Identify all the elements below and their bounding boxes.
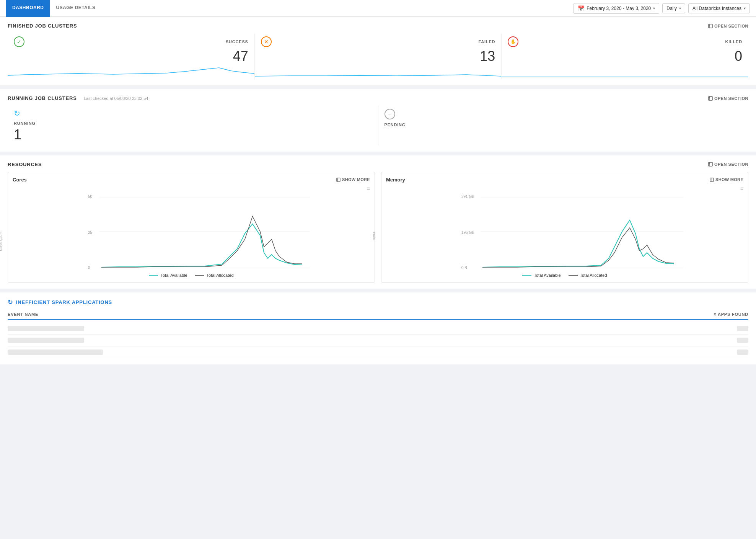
refresh-icon: ↻ xyxy=(14,109,20,118)
memory-legend-available: Total Available xyxy=(522,273,560,278)
cores-show-more[interactable]: SHOW MORE xyxy=(336,177,370,182)
date-dropdown-arrow: ▾ xyxy=(653,6,655,10)
memory-chart-legend: Total Available Total Allocated xyxy=(386,273,743,278)
open-section-icon xyxy=(708,24,713,28)
success-label: SUCCESS xyxy=(28,39,248,44)
svg-text:391 GB: 391 GB xyxy=(461,194,474,199)
running-clusters-header: RUNNING JOB CLUSTERS Last checked at 05/… xyxy=(8,95,748,101)
svg-rect-1 xyxy=(709,96,712,100)
tab-usage-details[interactable]: USAGE DETAILS xyxy=(50,0,102,17)
finished-clusters-header: FINISHED JOB CLUSTERS OPEN SECTION xyxy=(8,23,748,29)
cores-chart-wrapper: Cores Count 50 25 0 10. Feb xyxy=(13,193,370,270)
killed-stat: ✋ KILLED 0 xyxy=(502,33,748,79)
spark-title-label: INEFFICIENT SPARK APPLICATIONS xyxy=(16,299,112,305)
event-cell-2 xyxy=(8,338,84,343)
svg-text:195 GB: 195 GB xyxy=(461,230,474,235)
table-row xyxy=(8,346,748,358)
killed-header: ✋ KILLED xyxy=(508,36,742,47)
cores-menu-icon[interactable]: ≡ xyxy=(367,186,370,192)
resources-open-section[interactable]: OPEN SECTION xyxy=(708,162,748,167)
cores-legend-allocated-label: Total Allocated xyxy=(207,273,234,278)
tab-dashboard[interactable]: DASHBOARD xyxy=(6,0,50,17)
running-clusters-open-section[interactable]: OPEN SECTION xyxy=(708,96,748,101)
frequency-label: Daily xyxy=(666,6,677,11)
cores-show-more-icon xyxy=(336,178,341,182)
killed-mini-chart xyxy=(502,60,748,79)
running-label: RUNNING xyxy=(14,121,36,126)
success-header: ✓ SUCCESS xyxy=(14,36,248,47)
pending-label: PENDING xyxy=(385,122,406,141)
memory-chart-header: Memory SHOW MORE xyxy=(386,177,743,183)
finished-clusters-open-section[interactable]: OPEN SECTION xyxy=(708,24,748,28)
running-stat: ↻ RUNNING 1 xyxy=(8,106,378,145)
success-stat: ✓ SUCCESS 47 xyxy=(8,33,255,79)
memory-chart-area: 391 GB 195 GB 0 B 10. Feb 24. Feb 9. Mar xyxy=(401,193,743,270)
killed-label: KILLED xyxy=(521,39,742,44)
apps-cell-1 xyxy=(737,326,748,331)
cores-legend-available: Total Available xyxy=(149,273,187,278)
memory-menu-icon[interactable]: ≡ xyxy=(740,186,743,192)
running-value: 1 xyxy=(14,127,21,142)
frequency-dropdown[interactable]: Daily ▾ xyxy=(662,3,685,13)
spark-title: ↻ INEFFICIENT SPARK APPLICATIONS xyxy=(8,299,748,306)
table-row xyxy=(8,323,748,335)
finished-job-clusters-section: FINISHED JOB CLUSTERS OPEN SECTION ✓ SUC… xyxy=(0,17,756,85)
svg-rect-2 xyxy=(709,162,712,166)
svg-text:50: 50 xyxy=(88,194,93,199)
top-nav: DASHBOARD USAGE DETAILS 📅 February 3, 20… xyxy=(0,0,756,17)
instance-dropdown[interactable]: All Databricks Instances ▾ xyxy=(688,3,750,13)
cores-chart-svg: 50 25 0 10. Feb 24. Feb 9. Mar 23. Mar xyxy=(28,193,370,270)
svg-rect-3 xyxy=(337,178,340,181)
inefficient-spark-section: ↻ INEFFICIENT SPARK APPLICATIONS EVENT N… xyxy=(0,292,756,364)
memory-chart-title: Memory xyxy=(386,177,405,183)
frequency-arrow: ▾ xyxy=(679,6,681,10)
failed-stat: ✕ FAILED 13 xyxy=(255,33,502,79)
resources-title: RESOURCES xyxy=(8,162,42,167)
svg-text:0: 0 xyxy=(88,266,90,270)
running-clusters-title: RUNNING JOB CLUSTERS xyxy=(8,95,77,101)
pending-icon: ··· xyxy=(385,109,395,119)
memory-show-more[interactable]: SHOW MORE xyxy=(710,177,743,182)
svg-text:25: 25 xyxy=(88,230,93,235)
failed-header: ✕ FAILED xyxy=(261,36,495,47)
svg-text:0 B: 0 B xyxy=(461,266,467,270)
svg-rect-17 xyxy=(710,178,714,181)
cores-y-label: Cores Count xyxy=(0,232,3,251)
cores-chart-area: 50 25 0 10. Feb 24. Feb 9. Mar 23. Mar xyxy=(28,193,370,270)
memory-chart-wrapper: Bytes 391 GB 195 GB 0 B 10. Fe xyxy=(386,193,743,270)
memory-legend-available-label: Total Available xyxy=(534,273,560,278)
cores-chart-title: Cores xyxy=(13,177,27,183)
resources-header: RESOURCES OPEN SECTION xyxy=(8,162,748,167)
running-clusters-subtitle: Last checked at 05/03/20 23:02:54 xyxy=(84,96,148,101)
cores-chart-legend: Total Available Total Allocated xyxy=(13,273,370,278)
date-range-dropdown[interactable]: 📅 February 3, 2020 - May 3, 2020 ▾ xyxy=(574,3,659,14)
event-cell-3 xyxy=(8,350,103,355)
cores-legend-dark-line xyxy=(195,275,204,276)
instance-arrow: ▾ xyxy=(744,6,746,10)
memory-y-label: Bytes xyxy=(372,232,376,240)
resources-charts: Cores SHOW MORE ≡ Cores Count xyxy=(8,172,748,283)
instance-label: All Databricks Instances xyxy=(692,6,741,11)
killed-icon: ✋ xyxy=(508,36,518,47)
cores-chart-header: Cores SHOW MORE xyxy=(13,177,370,183)
main-content: FINISHED JOB CLUSTERS OPEN SECTION ✓ SUC… xyxy=(0,17,756,364)
cores-chart-card: Cores SHOW MORE ≡ Cores Count xyxy=(8,172,375,283)
memory-legend-dark-line xyxy=(569,275,578,276)
memory-legend-allocated-label: Total Allocated xyxy=(580,273,607,278)
running-row: ↻ RUNNING 1 ··· PENDING xyxy=(8,106,748,145)
apps-cell-2 xyxy=(737,338,748,343)
date-range-label: February 3, 2020 - May 3, 2020 xyxy=(587,6,651,11)
memory-legend-allocated: Total Allocated xyxy=(569,273,607,278)
failed-icon: ✕ xyxy=(261,36,272,47)
failed-label: FAILED xyxy=(275,39,495,44)
calendar-icon: 📅 xyxy=(578,5,584,11)
apps-found-col: # APPS FOUND xyxy=(714,312,748,317)
spark-section-icon: ↻ xyxy=(8,299,13,306)
apps-cell-3 xyxy=(737,350,748,355)
memory-chart-svg: 391 GB 195 GB 0 B 10. Feb 24. Feb 9. Mar xyxy=(401,193,743,270)
resources-section: RESOURCES OPEN SECTION Cores SHOW MORE xyxy=(0,155,756,289)
cores-legend-allocated: Total Allocated xyxy=(195,273,234,278)
event-name-col: EVENT NAME xyxy=(8,312,38,317)
spark-table-header: EVENT NAME # APPS FOUND xyxy=(8,312,748,320)
nav-controls: 📅 February 3, 2020 - May 3, 2020 ▾ Daily… xyxy=(574,3,750,14)
